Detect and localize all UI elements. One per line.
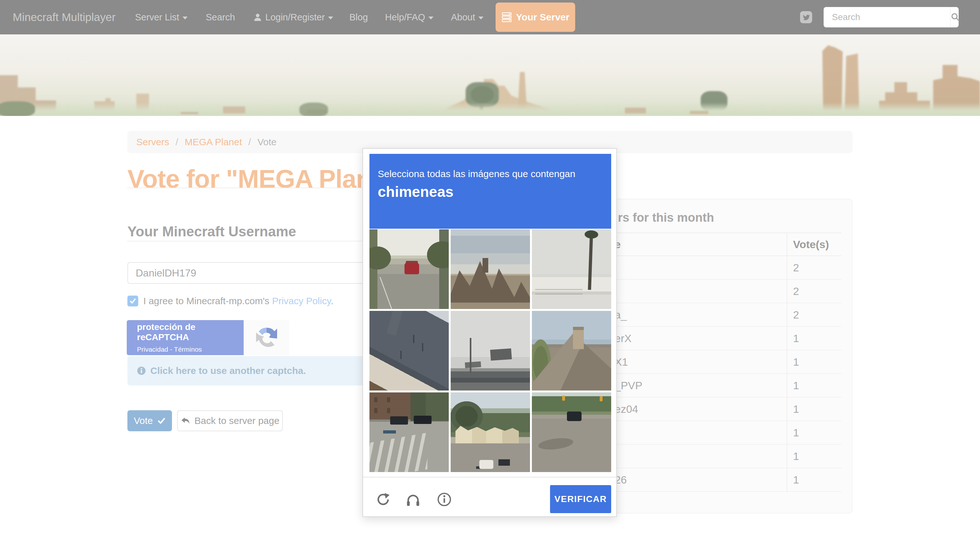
breadcrumb-separator: / — [248, 137, 251, 148]
nav-item-about[interactable]: About — [451, 0, 484, 34]
voter-name: _PVP — [615, 379, 643, 392]
captcha-image-tile[interactable] — [451, 229, 530, 309]
challenge-header: Selecciona todas las imágenes que conten… — [369, 154, 611, 229]
voter-votes: 1 — [793, 426, 799, 439]
nav-item-label: Server List — [135, 12, 179, 22]
another-captcha-link[interactable]: Click here to use another captcha. — [150, 365, 306, 376]
verify-button[interactable]: VERIFICAR — [550, 485, 611, 513]
top-voters-heading: rs for this month — [618, 211, 714, 224]
chevron-down-icon — [478, 17, 484, 19]
check-icon — [129, 297, 137, 305]
captcha-image-tile[interactable] — [369, 311, 449, 391]
captcha-image-tile[interactable] — [532, 393, 611, 472]
vote-button-label: Vote — [134, 415, 153, 426]
chevron-down-icon — [183, 17, 188, 19]
back-button-label: Back to server page — [195, 415, 280, 426]
twitter-icon[interactable] — [800, 11, 812, 23]
page-title: Vote for "MEGA Planet — [127, 164, 393, 194]
challenge-image-grid — [369, 229, 611, 472]
recaptcha-logo-box — [243, 320, 289, 355]
your-server-button[interactable]: Your Server — [496, 3, 575, 32]
captcha-image-tile[interactable] — [451, 393, 530, 472]
your-server-label: Your Server — [516, 12, 570, 22]
nav-item-label: Login/Register — [265, 12, 325, 22]
voter-votes: 1 — [793, 356, 799, 368]
nav-item-search[interactable]: Search — [206, 0, 235, 34]
back-to-server-button[interactable]: Back to server page — [177, 410, 283, 431]
voter-votes: 1 — [793, 403, 799, 415]
search-input[interactable] — [824, 12, 950, 22]
info-circle-icon[interactable] — [437, 492, 452, 507]
captcha-image-tile[interactable] — [369, 229, 449, 309]
chevron-down-icon — [428, 17, 433, 19]
nav-item-help-faq[interactable]: Help/FAQ — [385, 0, 433, 34]
voter-votes: 1 — [793, 379, 799, 392]
vote-button[interactable]: Vote — [127, 410, 172, 431]
agree-label: I agree to Minecraft-mp.com's Privacy Po… — [143, 296, 334, 306]
breadcrumb-server-name[interactable]: MEGA Planet — [185, 137, 242, 148]
voter-name: erX — [615, 332, 632, 345]
brand-link[interactable]: Minecraft Multiplayer — [13, 0, 116, 34]
reload-icon[interactable] — [376, 492, 390, 507]
chevron-down-icon — [328, 17, 333, 19]
user-icon — [253, 13, 262, 22]
page: Minecraft Multiplayer Server List Search… — [0, 0, 980, 552]
voter-votes: 2 — [793, 285, 799, 297]
agree-row: I agree to Minecraft-mp.com's Privacy Po… — [127, 295, 334, 307]
voter-votes: 2 — [793, 261, 799, 274]
recaptcha-challenge-modal: Selecciona todas las imágenes que conten… — [363, 148, 617, 517]
breadcrumb-servers[interactable]: Servers — [136, 137, 169, 148]
navbar: Minecraft Multiplayer Server List Search… — [0, 0, 980, 34]
nav-item-label: About — [451, 12, 475, 22]
voter-votes: 1 — [793, 474, 799, 486]
voter-votes: 1 — [793, 450, 799, 463]
nav-item-server-list[interactable]: Server List — [135, 0, 188, 34]
captcha-image-tile[interactable] — [532, 311, 611, 391]
search-submit-button[interactable] — [950, 7, 960, 27]
captcha-image-tile[interactable] — [532, 229, 611, 309]
server-icon — [501, 12, 512, 22]
minecraft-banner-image — [0, 34, 980, 116]
agree-checkbox[interactable] — [127, 296, 138, 306]
nav-item-label: Search — [206, 12, 235, 22]
search-icon — [951, 13, 960, 22]
nav-item-label: Blog — [349, 12, 368, 22]
captcha-image-tile[interactable] — [369, 393, 449, 472]
recaptcha-badge: protección de reCAPTCHA Privacidad - Tér… — [127, 320, 243, 355]
nav-search-box — [824, 7, 959, 27]
reply-arrow-icon — [181, 416, 190, 426]
voter-name: ez04 — [615, 403, 638, 415]
headphones-icon[interactable] — [406, 492, 420, 507]
info-icon — [137, 366, 146, 375]
header-votes: Vote(s) — [793, 238, 829, 251]
challenge-instruction: Selecciona todas las imágenes que conten… — [378, 169, 611, 179]
banner-art — [0, 34, 980, 116]
recaptcha-logo-icon — [253, 324, 281, 352]
captcha-image-tile[interactable] — [451, 311, 530, 391]
nav-item-login-register[interactable]: Login/Register — [253, 0, 333, 34]
privacy-policy-link[interactable]: Privacy Policy — [272, 296, 331, 306]
username-heading: Your Minecraft Username — [127, 224, 296, 240]
breadcrumb-separator: / — [175, 137, 178, 148]
breadcrumb-current: Vote — [257, 137, 277, 148]
challenge-target: chimeneas — [378, 183, 611, 200]
voter-votes: 1 — [793, 332, 799, 345]
modal-footer-divider — [363, 477, 617, 477]
nav-item-blog[interactable]: Blog — [349, 0, 368, 34]
agree-suffix: . — [331, 296, 334, 306]
check-icon — [158, 417, 165, 425]
recaptcha-badge-title: protección de reCAPTCHA — [137, 322, 243, 342]
recaptcha-privacy-terms-links[interactable]: Privacidad - Términos — [137, 345, 243, 353]
voter-votes: 2 — [793, 309, 799, 321]
nav-item-label: Help/FAQ — [385, 12, 425, 22]
agree-prefix: I agree to Minecraft-mp.com's — [143, 296, 272, 306]
